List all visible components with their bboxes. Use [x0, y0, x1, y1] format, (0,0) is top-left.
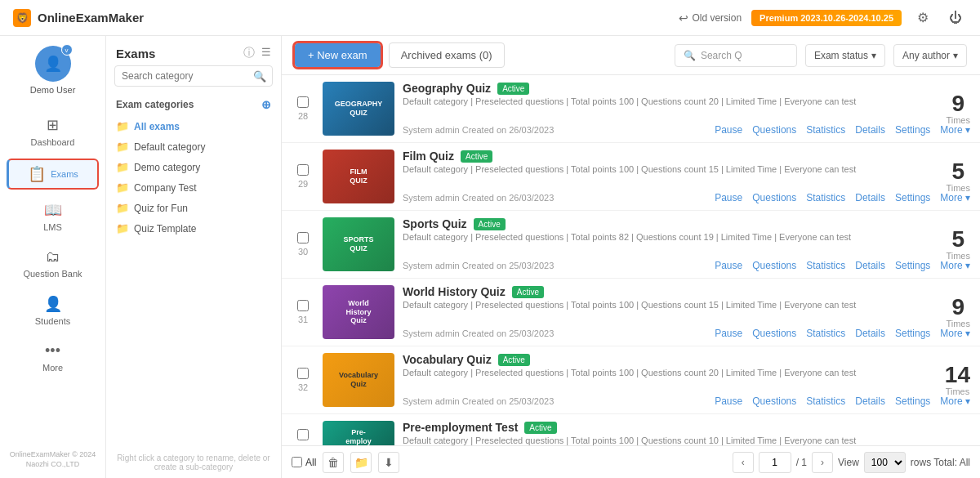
- exam-title-row: World History Quiz Active: [403, 285, 970, 298]
- categories-header: Exam categories ⊕: [106, 93, 281, 116]
- next-page-button[interactable]: ›: [812, 452, 833, 473]
- left-panel-header: Exams ⓘ ☰: [106, 36, 281, 65]
- exam-checkbox[interactable]: [297, 300, 309, 311]
- prev-page-button[interactable]: ‹: [733, 452, 754, 473]
- power-icon[interactable]: ⏻: [944, 7, 967, 29]
- exam-checkbox[interactable]: [297, 96, 309, 108]
- details-button[interactable]: Details: [855, 192, 885, 203]
- category-item-default[interactable]: 📁 Default category: [106, 136, 281, 157]
- folder-icon[interactable]: 📁: [350, 452, 372, 473]
- category-search-input[interactable]: [114, 65, 273, 87]
- new-exam-button[interactable]: + New exam: [295, 43, 381, 67]
- category-label: Demo category: [134, 162, 200, 173]
- pause-button[interactable]: Pause: [715, 192, 742, 203]
- view-label: View: [838, 457, 859, 468]
- settings-button[interactable]: Settings: [895, 395, 930, 407]
- left-panel: Exams ⓘ ☰ 🔍 Exam categories ⊕ 📁 All exam…: [106, 36, 282, 478]
- sidebar-item-students[interactable]: 👤 Students: [0, 287, 105, 334]
- download-icon[interactable]: ⬇: [378, 452, 399, 473]
- sidebar-item-label: Dashboard: [31, 137, 75, 147]
- list-view-icon[interactable]: ☰: [261, 46, 271, 60]
- statistics-button[interactable]: Statistics: [806, 260, 845, 271]
- more-button[interactable]: More ▾: [940, 192, 970, 203]
- exam-checkbox[interactable]: [297, 232, 309, 243]
- search-exam-input[interactable]: 🔍 Search Q: [675, 44, 797, 67]
- details-button[interactable]: Details: [855, 328, 885, 339]
- exam-thumbnail: WorldHistoryQuiz: [323, 285, 394, 339]
- pause-button[interactable]: Pause: [715, 328, 742, 339]
- questions-button[interactable]: Questions: [752, 260, 796, 271]
- exam-status-filter[interactable]: Exam status ▾: [805, 44, 885, 67]
- more-button[interactable]: More ▾: [940, 395, 970, 407]
- rows-per-page-select[interactable]: 100 50 20 10: [864, 452, 906, 473]
- category-item-company[interactable]: 📁 Company Test: [106, 177, 281, 198]
- select-all-checkbox[interactable]: [292, 457, 302, 467]
- sidebar-item-question-bank[interactable]: 🗂 Question Bank: [0, 240, 105, 287]
- category-item-template[interactable]: 📁 Quiz Template: [106, 218, 281, 239]
- sidebar-item-dashboard[interactable]: ⊞ Dashboard: [0, 108, 105, 155]
- details-button[interactable]: Details: [855, 124, 885, 136]
- exam-info: World History Quiz Active Default catego…: [403, 285, 970, 339]
- more-button[interactable]: More ▾: [940, 124, 970, 136]
- exam-checkbox[interactable]: [297, 164, 309, 176]
- details-button[interactable]: Details: [855, 395, 885, 407]
- settings-button[interactable]: Settings: [895, 260, 930, 271]
- author-filter[interactable]: Any author ▾: [893, 44, 967, 67]
- settings-button[interactable]: Settings: [895, 192, 930, 203]
- pause-button[interactable]: Pause: [715, 395, 742, 407]
- sidebar-footer-line1: OnlineExamMaker © 2024: [10, 449, 96, 460]
- exam-number: 29: [298, 179, 308, 189]
- exam-created: System admin Created on 25/03/2023: [403, 396, 554, 406]
- sidebar-item-exams[interactable]: 📋 Exams: [7, 159, 99, 190]
- category-item-demo[interactable]: 📁 Demo category: [106, 157, 281, 177]
- exam-actions: Pause Questions Statistics Details Setti…: [715, 328, 970, 339]
- settings-icon[interactable]: ⚙: [911, 7, 934, 29]
- questions-button[interactable]: Questions: [752, 192, 796, 203]
- questions-button[interactable]: Questions: [752, 124, 796, 136]
- status-badge: Active: [461, 150, 492, 163]
- settings-button[interactable]: Settings: [895, 124, 930, 136]
- statistics-button[interactable]: Statistics: [806, 192, 845, 203]
- category-label: Company Test: [134, 182, 196, 194]
- page-input[interactable]: [759, 452, 791, 473]
- folder-icon: 📁: [116, 141, 129, 153]
- sidebar-item-more[interactable]: ••• More: [0, 334, 105, 381]
- questions-button[interactable]: Questions: [752, 395, 796, 407]
- delete-icon[interactable]: 🗑: [323, 452, 344, 473]
- folder-icon: 📁: [116, 202, 129, 214]
- more-button[interactable]: More ▾: [940, 328, 970, 339]
- exam-meta: Default category | Preselected questions…: [403, 96, 970, 106]
- exam-info: Sports Quiz Active Default category | Pr…: [403, 217, 970, 271]
- categories-label: Exam categories: [116, 99, 194, 110]
- info-icon: ⓘ: [243, 46, 255, 60]
- exam-meta: Default category | Preselected questions…: [403, 232, 970, 242]
- exam-item: 28 GEOGRAPHYQUIZ Geography Quiz Active D…: [282, 75, 980, 143]
- category-item-all[interactable]: 📁 All exams: [106, 116, 281, 136]
- add-category-icon[interactable]: ⊕: [261, 98, 271, 111]
- archived-exams-button[interactable]: Archived exams (0): [389, 42, 505, 68]
- statistics-button[interactable]: Statistics: [806, 328, 845, 339]
- statistics-button[interactable]: Statistics: [806, 395, 845, 407]
- category-item-fun[interactable]: 📁 Quiz for Fun: [106, 198, 281, 218]
- more-button[interactable]: More ▾: [940, 260, 970, 271]
- status-badge: Active: [498, 354, 530, 366]
- pause-button[interactable]: Pause: [715, 124, 742, 136]
- topbar-left: 🦁 OnlineExamMaker: [13, 9, 144, 27]
- settings-button[interactable]: Settings: [895, 328, 930, 339]
- exam-meta: Default category | Preselected questions…: [403, 164, 970, 174]
- topbar-right: ↩ Old version Premium 2023.10.26-2024.10…: [679, 7, 967, 29]
- questions-button[interactable]: Questions: [752, 328, 796, 339]
- exam-count-label: Times: [946, 319, 970, 328]
- sidebar-item-lms[interactable]: 📖 LMS: [0, 193, 105, 240]
- statistics-button[interactable]: Statistics: [806, 124, 845, 136]
- sidebar-item-label: Question Bank: [23, 269, 82, 279]
- exam-checkbox[interactable]: [297, 429, 309, 440]
- exam-checkbox[interactable]: [297, 368, 309, 379]
- sidebar-item-label: LMS: [43, 222, 62, 232]
- old-version-button[interactable]: ↩ Old version: [679, 11, 742, 25]
- details-button[interactable]: Details: [855, 260, 885, 271]
- categories-list: 📁 All exams 📁 Default category 📁 Demo ca…: [106, 116, 281, 239]
- pause-button[interactable]: Pause: [715, 260, 742, 271]
- exam-created: System admin Created on 25/03/2023: [403, 261, 554, 270]
- exam-info: Pre-employment Test Active Default categ…: [403, 421, 970, 445]
